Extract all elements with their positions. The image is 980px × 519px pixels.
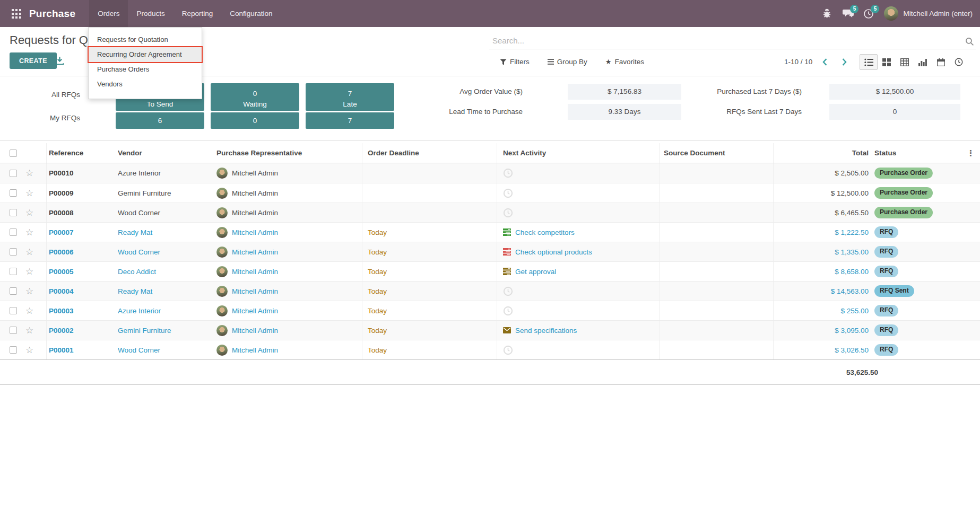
col-source-document[interactable]: Source Document: [660, 143, 774, 163]
row-checkbox[interactable]: [10, 268, 17, 275]
row-checkbox[interactable]: [10, 287, 17, 295]
col-order-deadline[interactable]: Order Deadline: [362, 143, 497, 163]
favorite-star-icon[interactable]: ☆: [25, 326, 33, 335]
favorites-button[interactable]: ★ Favorites: [605, 58, 644, 66]
row-source-document: [660, 163, 774, 183]
status-badge: RFQ: [874, 266, 898, 277]
favorite-star-icon[interactable]: ☆: [25, 248, 33, 257]
favorite-star-icon[interactable]: ☆: [25, 346, 33, 355]
export-download-icon[interactable]: [55, 56, 64, 67]
nav-menu-products[interactable]: Products: [128, 0, 173, 27]
favorite-star-icon[interactable]: ☆: [25, 287, 33, 296]
avatar: [216, 188, 228, 199]
table-row[interactable]: ☆P00009Gemini FurnitureMitchell Admin$ 1…: [0, 183, 980, 203]
activity-link[interactable]: Check competitors: [515, 228, 575, 236]
col-purchase-representative[interactable]: Purchase Representative: [214, 143, 362, 163]
table-row[interactable]: ☆P00007Ready MatMitchell AdminTodayCheck…: [0, 222, 980, 242]
kpi-my-to-send-button[interactable]: 6: [116, 112, 204, 129]
row-next-activity: Check competitors: [497, 223, 660, 242]
pager-next-icon[interactable]: [838, 56, 850, 68]
favorite-star-icon[interactable]: ☆: [25, 169, 33, 178]
activity-link[interactable]: Send specifications: [515, 327, 577, 335]
col-vendor[interactable]: Vendor: [118, 143, 214, 163]
row-representative: Mitchell Admin: [214, 321, 362, 340]
pager-previous-icon[interactable]: [819, 56, 831, 68]
table-row[interactable]: ☆P00001Wood CornerMitchell AdminToday$ 3…: [0, 340, 980, 359]
rfqs-sent-last7-value: 0: [829, 104, 960, 120]
apps-grid-icon[interactable]: [12, 9, 21, 19]
clock-icon: [503, 286, 513, 296]
col-reference[interactable]: Reference: [47, 143, 118, 163]
col-total[interactable]: Total: [774, 143, 869, 163]
favorite-star-icon[interactable]: ☆: [25, 208, 33, 217]
table-row[interactable]: ☆P00005Deco AddictMitchell AdminTodayGet…: [0, 261, 980, 281]
row-reference: P00003: [47, 301, 118, 320]
activity-view-icon[interactable]: [950, 54, 968, 70]
nav-menu-configuration[interactable]: Configuration: [221, 0, 281, 27]
tasks-olive-icon: [503, 268, 511, 275]
orders-menu-item[interactable]: Vendors: [89, 77, 202, 92]
row-vendor: Ready Mat: [118, 223, 214, 242]
table-row[interactable]: ☆P00006Wood CornerMitchell AdminTodayChe…: [0, 242, 980, 261]
messages-icon[interactable]: 5: [843, 8, 853, 19]
search-input[interactable]: [489, 34, 976, 49]
avatar: [216, 227, 228, 238]
tasks-red-icon: [503, 248, 511, 256]
list-view-icon[interactable]: [860, 54, 878, 70]
calendar-view-icon[interactable]: [932, 54, 950, 70]
col-status[interactable]: Status: [869, 143, 980, 163]
graph-view-icon[interactable]: [914, 54, 932, 70]
row-vendor: Gemini Furniture: [118, 183, 214, 203]
table-header: Reference Vendor Purchase Representative…: [0, 143, 980, 163]
row-checkbox[interactable]: [10, 228, 17, 236]
table-row[interactable]: ☆P00008Wood CornerMitchell Admin$ 6,465.…: [0, 203, 980, 222]
kpi-waiting-button[interactable]: 0 Waiting: [211, 83, 299, 111]
table-row[interactable]: ☆P00002Gemini FurnitureMitchell AdminTod…: [0, 320, 980, 340]
activities-icon[interactable]: 5: [863, 8, 874, 19]
kanban-view-icon[interactable]: [878, 54, 896, 70]
table-row[interactable]: ☆P00003Azure InteriorMitchell AdminToday…: [0, 301, 980, 320]
row-checkbox[interactable]: [10, 346, 17, 354]
kpi-my-waiting-button[interactable]: 0: [211, 112, 299, 129]
avatar: [216, 207, 228, 218]
status-badge: RFQ: [874, 246, 898, 257]
favorite-star-icon[interactable]: ☆: [25, 306, 33, 315]
row-checkbox[interactable]: [10, 327, 17, 334]
footer-total: 53,625.50: [783, 368, 878, 376]
col-next-activity[interactable]: Next Activity: [497, 143, 660, 163]
kpi-my-late-button[interactable]: 7: [306, 112, 394, 129]
activity-link[interactable]: Check optional products: [515, 248, 592, 256]
select-all-checkbox[interactable]: [10, 149, 17, 157]
row-checkbox[interactable]: [10, 209, 17, 216]
orders-menu-item[interactable]: Recurring Order Agreement: [89, 47, 202, 62]
kpi-late-button[interactable]: 7 Late: [306, 83, 394, 111]
all-rfqs-label: All RFQs: [11, 91, 80, 99]
user-menu[interactable]: Mitchell Admin (enter): [884, 6, 973, 21]
favorite-star-icon[interactable]: ☆: [25, 189, 33, 198]
favorite-star-icon[interactable]: ☆: [25, 267, 33, 276]
favorite-star-icon[interactable]: ☆: [25, 228, 33, 237]
debug-bug-icon[interactable]: [822, 8, 832, 19]
group-by-button[interactable]: Group By: [548, 58, 587, 66]
row-checkbox[interactable]: [10, 189, 17, 197]
orders-menu-item[interactable]: Purchase Orders: [89, 62, 202, 77]
pivot-view-icon[interactable]: [896, 54, 914, 70]
row-checkbox[interactable]: [10, 307, 17, 314]
orders-menu-item[interactable]: Requests for Quotation: [89, 32, 202, 47]
row-checkbox[interactable]: [10, 170, 17, 177]
search-icon[interactable]: [965, 37, 974, 48]
messages-badge: 5: [850, 5, 858, 13]
create-button[interactable]: CREATE: [10, 52, 57, 69]
table-row[interactable]: ☆P00004Ready MatMitchell AdminToday$ 14,…: [0, 281, 980, 301]
row-deadline: [362, 163, 497, 183]
row-checkbox[interactable]: [10, 248, 17, 256]
nav-menu-reporting[interactable]: Reporting: [174, 0, 222, 27]
row-reference: P00007: [47, 223, 118, 242]
optional-columns-icon[interactable]: ⋮: [967, 148, 975, 158]
filters-button[interactable]: Filters: [500, 58, 530, 66]
activity-link[interactable]: Get approval: [515, 268, 556, 276]
avatar: [216, 168, 228, 179]
row-source-document: [660, 321, 774, 340]
nav-menu-orders[interactable]: Orders: [89, 0, 128, 27]
table-row[interactable]: ☆P00010Azure InteriorMitchell Admin$ 2,5…: [0, 163, 980, 183]
